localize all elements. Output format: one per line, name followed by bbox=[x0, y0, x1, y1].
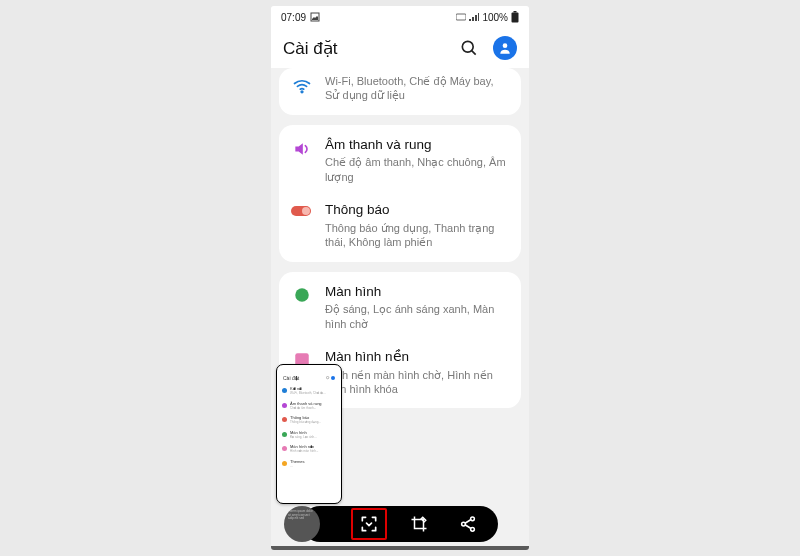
svg-point-4 bbox=[462, 41, 473, 52]
status-time: 07:09 bbox=[281, 12, 306, 23]
thumb-title: Cài đặt bbox=[283, 375, 299, 381]
settings-item-subtitle: Wi-Fi, Bluetooth, Chế độ Máy bay, Sử dụn… bbox=[325, 74, 507, 103]
settings-item-display[interactable]: Màn hình Độ sáng, Lọc ánh sáng xanh, Màn… bbox=[279, 272, 521, 343]
page-header: Cài đặt bbox=[271, 28, 529, 68]
svg-rect-2 bbox=[514, 11, 517, 13]
page-title: Cài đặt bbox=[283, 38, 449, 59]
nav-bar-edge bbox=[271, 546, 529, 550]
signal-icon bbox=[469, 13, 479, 21]
settings-item-subtitle: Chế độ âm thanh, Nhạc chuông, Âm lượng bbox=[325, 155, 507, 184]
svg-point-9 bbox=[302, 207, 310, 215]
status-bar: 07:09 100% bbox=[271, 6, 529, 28]
display-icon bbox=[293, 286, 311, 331]
phone-screen: 07:09 100% Cài đặt bbox=[271, 6, 529, 550]
settings-item-subtitle: Thông báo ứng dụng, Thanh trạng thái, Kh… bbox=[325, 221, 507, 250]
screenshot-toolbar: Lorem ipsum dolor sit amet consect adip … bbox=[302, 506, 498, 542]
settings-item-title: Âm thanh và rung bbox=[325, 137, 507, 154]
svg-rect-1 bbox=[456, 14, 466, 20]
svg-point-7 bbox=[301, 91, 303, 93]
thumb-item: Âm thanh và rung bbox=[290, 402, 336, 406]
toggle-icon bbox=[291, 204, 313, 249]
thumb-search-icon bbox=[326, 376, 335, 380]
battery-icon bbox=[511, 11, 519, 23]
volte-icon bbox=[456, 13, 466, 21]
profile-avatar[interactable] bbox=[493, 36, 517, 60]
settings-item-notifications[interactable]: Thông báo Thông báo ứng dụng, Thanh trạn… bbox=[279, 196, 521, 261]
svg-point-10 bbox=[295, 288, 309, 302]
crop-edit-button[interactable] bbox=[403, 510, 435, 538]
settings-item-title: Màn hình bbox=[325, 284, 507, 301]
svg-point-12 bbox=[326, 376, 328, 378]
settings-item-subtitle: Độ sáng, Lọc ánh sáng xanh, Màn hình chờ bbox=[325, 302, 507, 331]
status-battery-text: 100% bbox=[482, 12, 508, 23]
settings-item-connections[interactable]: Wi-Fi, Bluetooth, Chế độ Máy bay, Sử dụn… bbox=[279, 68, 521, 115]
wifi-icon bbox=[292, 76, 312, 103]
screenshot-indicator-icon bbox=[310, 12, 320, 22]
svg-line-5 bbox=[472, 51, 476, 55]
smart-select-button[interactable]: Lorem ipsum dolor sit amet consect adip … bbox=[284, 506, 320, 542]
svg-line-17 bbox=[465, 525, 471, 529]
settings-item-subtitle: Hình nền màn hình chờ, Hình nền màn hình… bbox=[325, 368, 507, 397]
volume-icon bbox=[292, 139, 312, 184]
scroll-capture-button[interactable] bbox=[351, 508, 387, 540]
share-button[interactable] bbox=[452, 510, 484, 538]
settings-item-sound[interactable]: Âm thanh và rung Chế độ âm thanh, Nhạc c… bbox=[279, 125, 521, 196]
settings-item-title: Thông báo bbox=[325, 202, 507, 219]
settings-card: Âm thanh và rung Chế độ âm thanh, Nhạc c… bbox=[279, 125, 521, 262]
thumb-item: Themes bbox=[290, 460, 336, 464]
svg-point-6 bbox=[503, 43, 508, 48]
settings-card: Wi-Fi, Bluetooth, Chế độ Máy bay, Sử dụn… bbox=[279, 68, 521, 115]
svg-rect-3 bbox=[512, 13, 519, 23]
settings-item-title: Màn hình nền bbox=[325, 349, 507, 366]
search-icon[interactable] bbox=[459, 38, 479, 58]
svg-line-16 bbox=[465, 520, 471, 524]
screenshot-preview-thumbnail[interactable]: Cài đặt Kết nốiWi-Fi, Bluetooth, Chế độ.… bbox=[276, 364, 342, 504]
